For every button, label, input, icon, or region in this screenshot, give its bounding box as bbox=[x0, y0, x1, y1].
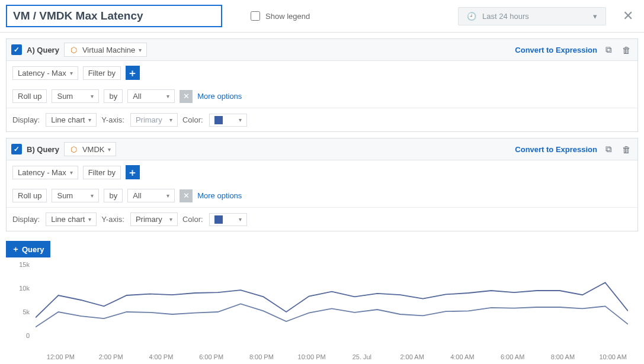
rollup-label: Roll up bbox=[18, 92, 41, 101]
copy-icon: ⧉ bbox=[605, 44, 612, 55]
rollup-label: Roll up bbox=[18, 191, 41, 200]
chevron-down-icon: ▾ bbox=[169, 117, 172, 123]
trash-icon: 🗑 bbox=[622, 144, 631, 154]
display-row: Display: Line chart ▾ Y-axis: Primary ▾ … bbox=[7, 207, 637, 231]
display-label: Display: bbox=[12, 115, 40, 124]
display-row: Display: Line chart ▾ Y-axis: Primary ▾ … bbox=[7, 108, 637, 131]
yaxis-label: Y-axis: bbox=[101, 115, 124, 124]
chevron-down-icon: ▾ bbox=[139, 47, 142, 53]
chevron-down-icon: ▾ bbox=[91, 192, 94, 199]
rollup-function-select[interactable]: Sum ▾ bbox=[52, 89, 99, 103]
asset-type-select[interactable]: ⬡ Virtual Machine ▾ bbox=[64, 43, 147, 57]
chevron-down-icon: ▾ bbox=[239, 216, 242, 223]
query-header: ✓ B) Query ⬡ VMDK ▾ Convert to Expressio… bbox=[7, 138, 637, 160]
rollup-function-label: Sum bbox=[57, 191, 73, 200]
yaxis-select[interactable]: Primary ▾ bbox=[130, 212, 178, 226]
clear-rollup-button[interactable]: ✕ bbox=[180, 90, 193, 103]
chevron-down-icon: ▾ bbox=[593, 12, 597, 21]
groupby-label-chip: by bbox=[104, 89, 123, 103]
y-tick-label: 0 bbox=[26, 332, 30, 339]
x-tick-label: 6:00 AM bbox=[488, 353, 538, 360]
add-query-label: Query bbox=[22, 245, 44, 254]
close-icon: ✕ bbox=[183, 191, 190, 200]
metric-row: Latency - Max ▾ Filter by ＋ bbox=[7, 61, 637, 85]
asset-type-label: VMDK bbox=[82, 145, 105, 154]
metric-select[interactable]: Latency - Max ▾ bbox=[12, 66, 78, 80]
metric-row: Latency - Max ▾ Filter by ＋ bbox=[7, 160, 637, 184]
x-tick-label: 4:00 AM bbox=[437, 353, 488, 360]
query-id-label: A) Query bbox=[27, 46, 59, 54]
more-options-link[interactable]: More options bbox=[197, 92, 242, 101]
duplicate-button[interactable]: ⧉ bbox=[602, 143, 615, 156]
add-query-button[interactable]: ＋ Query bbox=[6, 241, 50, 257]
clear-rollup-button[interactable]: ✕ bbox=[180, 189, 193, 202]
close-button[interactable]: ✕ bbox=[618, 6, 638, 26]
chevron-down-icon: ▾ bbox=[88, 117, 91, 123]
convert-expression-link[interactable]: Convert to Expression bbox=[515, 46, 597, 54]
rollup-label-chip: Roll up bbox=[12, 189, 47, 202]
x-tick-label: 8:00 PM bbox=[236, 353, 287, 360]
metric-select[interactable]: Latency - Max ▾ bbox=[12, 166, 78, 179]
time-range-picker[interactable]: 🕘 Last 24 hours ▾ bbox=[458, 7, 606, 25]
hexagon-icon: ⬡ bbox=[69, 45, 79, 54]
show-legend-toggle[interactable]: Show legend bbox=[248, 9, 310, 22]
yaxis-value: Primary bbox=[136, 115, 162, 124]
add-filter-button[interactable]: ＋ bbox=[126, 66, 140, 80]
chevron-down-icon: ▾ bbox=[70, 169, 73, 176]
plus-icon: ＋ bbox=[127, 66, 137, 80]
rollup-function-label: Sum bbox=[57, 92, 73, 101]
editor-header: Show legend 🕘 Last 24 hours ▾ ✕ bbox=[0, 0, 644, 33]
duplicate-button[interactable]: ⧉ bbox=[602, 43, 615, 56]
color-label: Color: bbox=[182, 115, 203, 124]
add-filter-button[interactable]: ＋ bbox=[126, 165, 140, 179]
asset-type-label: Virtual Machine bbox=[82, 46, 135, 54]
filter-label: Filter by bbox=[88, 69, 116, 78]
copy-icon: ⧉ bbox=[605, 144, 612, 154]
series-line bbox=[36, 304, 628, 327]
chevron-down-icon: ▾ bbox=[166, 192, 169, 199]
x-axis: 12:00 PM2:00 PM4:00 PM6:00 PM8:00 PM10:0… bbox=[36, 353, 638, 360]
display-label: Display: bbox=[12, 215, 40, 224]
asset-type-select[interactable]: ⬡ VMDK ▾ bbox=[64, 142, 117, 156]
groupby-select[interactable]: All ▾ bbox=[127, 89, 175, 103]
display-type-select[interactable]: Line chart ▾ bbox=[46, 113, 97, 127]
metric-label: Latency - Max bbox=[18, 69, 66, 78]
convert-expression-link[interactable]: Convert to Expression bbox=[515, 145, 597, 154]
show-legend-checkbox[interactable] bbox=[251, 11, 260, 21]
query-enabled-checkbox[interactable]: ✓ bbox=[11, 44, 22, 55]
query-id-label: B) Query bbox=[27, 145, 59, 154]
display-type-label: Line chart bbox=[51, 115, 85, 124]
x-tick-label: 8:00 AM bbox=[538, 353, 588, 360]
yaxis-select[interactable]: Primary ▾ bbox=[130, 113, 178, 127]
y-tick-label: 5k bbox=[23, 308, 30, 315]
color-swatch bbox=[214, 215, 223, 224]
query-header: ✓ A) Query ⬡ Virtual Machine ▾ Convert t… bbox=[7, 39, 637, 61]
query-enabled-checkbox[interactable]: ✓ bbox=[11, 144, 22, 154]
color-swatch bbox=[214, 116, 223, 124]
color-select[interactable]: ▾ bbox=[209, 114, 247, 127]
chevron-down-icon: ▾ bbox=[70, 70, 73, 76]
chevron-down-icon: ▾ bbox=[91, 93, 94, 99]
filter-button[interactable]: Filter by bbox=[83, 66, 121, 80]
display-type-select[interactable]: Line chart ▾ bbox=[46, 212, 97, 226]
rollup-row: Roll up Sum ▾ by All ▾ ✕ More options bbox=[7, 184, 637, 207]
line-chart: 15k10k5k0 bbox=[6, 265, 634, 353]
rollup-label-chip: Roll up bbox=[12, 89, 47, 103]
rollup-row: Roll up Sum ▾ by All ▾ ✕ More options bbox=[7, 85, 637, 108]
x-tick-label: 10:00 AM bbox=[588, 353, 638, 360]
more-options-link[interactable]: More options bbox=[197, 191, 242, 200]
x-tick-label: 6:00 PM bbox=[186, 353, 236, 360]
clock-icon: 🕘 bbox=[467, 12, 476, 21]
groupby-select[interactable]: All ▾ bbox=[127, 189, 175, 202]
close-icon: ✕ bbox=[623, 8, 633, 23]
rollup-function-select[interactable]: Sum ▾ bbox=[52, 189, 99, 202]
widget-title-input[interactable] bbox=[6, 5, 222, 27]
color-select[interactable]: ▾ bbox=[209, 213, 247, 226]
delete-button[interactable]: 🗑 bbox=[620, 143, 633, 156]
chevron-down-icon: ▾ bbox=[239, 117, 242, 123]
trash-icon: 🗑 bbox=[622, 45, 631, 55]
groupby-value: All bbox=[133, 191, 141, 200]
delete-button[interactable]: 🗑 bbox=[620, 43, 633, 56]
filter-button[interactable]: Filter by bbox=[83, 166, 121, 179]
x-tick-label: 4:00 PM bbox=[136, 353, 187, 360]
